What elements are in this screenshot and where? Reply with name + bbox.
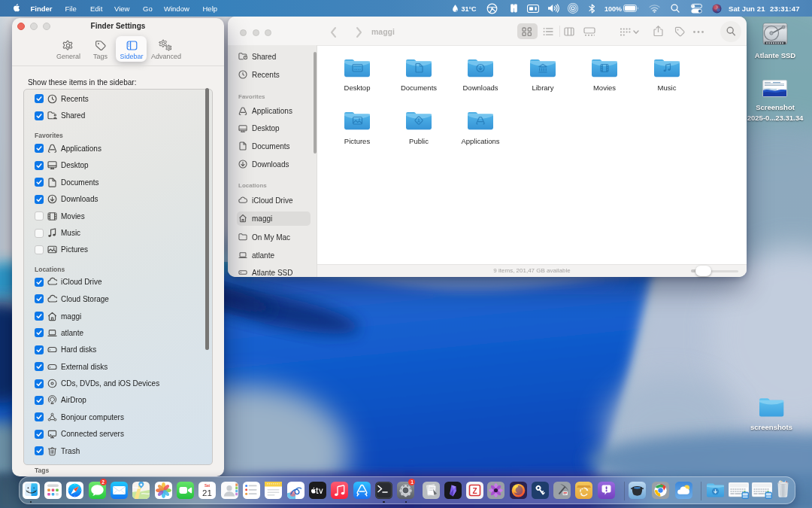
svg-text:Z: Z [472, 487, 477, 495]
svg-text:Desktop: Desktop [344, 84, 371, 92]
svg-text:21: 21 [202, 488, 212, 497]
svg-text:Public: Public [409, 137, 429, 145]
svg-text:Library: Library [532, 84, 553, 92]
svg-text:Pictures: Pictures [344, 137, 371, 145]
svg-text:Applications: Applications [461, 137, 499, 145]
svg-text:Movies: Movies [593, 84, 616, 92]
svg-text:Music: Music [658, 84, 677, 92]
svg-text:Documents: Documents [401, 84, 437, 92]
svg-text:Downloads: Downloads [463, 84, 498, 92]
